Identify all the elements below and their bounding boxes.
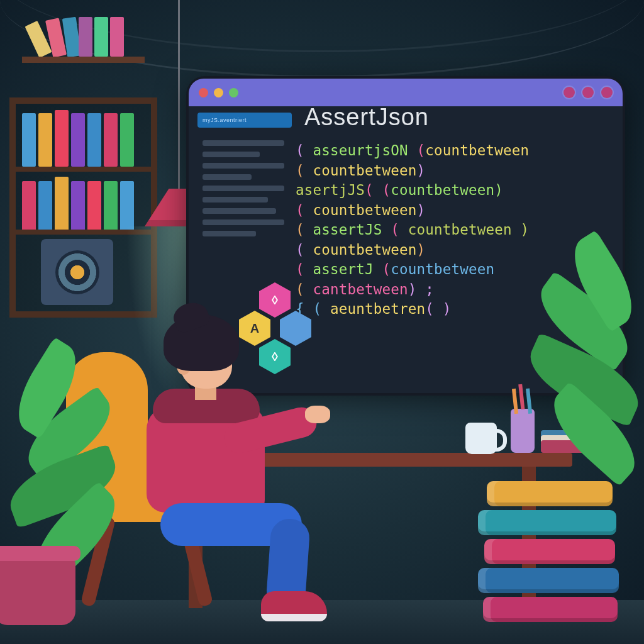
bookshelf xyxy=(9,97,157,318)
window-title: AssertJson xyxy=(304,106,429,131)
shelf-top xyxy=(22,57,145,63)
file-tab[interactable]: myJS.aventriert xyxy=(197,113,292,128)
sidebar-placeholder xyxy=(203,135,284,242)
plant-left-icon xyxy=(0,336,132,625)
maximize-icon[interactable] xyxy=(229,88,238,97)
close-icon[interactable] xyxy=(199,88,208,97)
decor-dot-icon xyxy=(601,87,613,98)
decor-dot-icon xyxy=(564,87,575,98)
minimize-icon[interactable] xyxy=(214,88,223,97)
lamp-cord xyxy=(178,0,180,195)
decor-dot-icon xyxy=(582,87,594,98)
plant-right-icon xyxy=(525,260,644,518)
window-titlebar xyxy=(189,79,623,106)
speaker-icon xyxy=(41,239,113,305)
plant-pot-icon xyxy=(0,556,75,625)
books-top-stack xyxy=(28,16,142,57)
mug-icon xyxy=(465,423,497,454)
